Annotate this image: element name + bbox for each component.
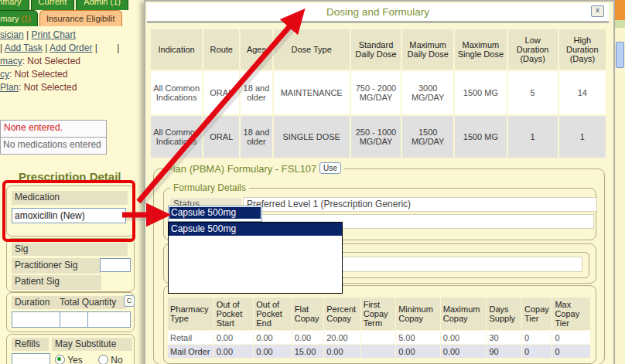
chart-links-line1: sician | Print Chart xyxy=(0,29,76,40)
refills-fieldset: Refills May Substitute Yes No xyxy=(6,334,135,364)
dropdown-item-capsule-500mg[interactable]: Capsule 500mg xyxy=(169,223,342,236)
scrollbar-thumb[interactable] xyxy=(616,42,624,68)
dosing-cell: 250 - 1000 MG/DAY xyxy=(351,116,401,158)
tab-row-2: mmary (1)Insurance Eligibilit xyxy=(0,10,145,26)
tab-summary[interactable]: mmary (1) xyxy=(0,10,38,26)
dosing-cell: MAINTENANCE xyxy=(274,71,350,114)
dosing-col-header: Maximum Single Dose xyxy=(455,29,506,70)
dosing-header-row: Indication Route Ages Dose Type Standard… xyxy=(151,29,606,70)
app-screen: mmaryCurrentAdmin (1) mmary (1)Insurance… xyxy=(0,0,625,364)
plan-link[interactable]: Plan xyxy=(0,82,19,93)
dosing-formulary-dialog: Dosing and Formulary x Indication Route … xyxy=(144,0,615,364)
dosing-table: Indication Route Ages Dose Type Standard… xyxy=(149,28,607,159)
tab-row-1: mmaryCurrentAdmin (1) xyxy=(0,0,146,10)
practitioner-sig-input[interactable] xyxy=(100,258,131,272)
sig-fieldset: Sig Practitioner Sig Patient Sig xyxy=(6,238,135,292)
copay-header-row: Pharmacy Type Out of Pocket Start Out of… xyxy=(168,298,590,330)
copay-cell: 0.00 xyxy=(214,331,254,344)
radio-no-icon[interactable] xyxy=(98,355,108,364)
formulary-details-legend: Formulary Details xyxy=(170,182,249,193)
quantity-input-1[interactable] xyxy=(60,311,89,328)
dosing-col-header: Standard Daily Dose xyxy=(351,29,401,70)
duration-fieldset: Duration Total Quantity C xyxy=(6,292,135,332)
quantity-calc-button[interactable]: C xyxy=(124,295,135,307)
dosing-cell: 1 xyxy=(559,116,606,158)
dose-form-combobox-value: Capsule 500mg xyxy=(169,207,261,219)
dosing-col-header: Indication xyxy=(151,29,202,70)
add-order-link[interactable]: Add Order xyxy=(50,43,92,53)
dose-form-combobox[interactable]: Capsule 500mg xyxy=(168,206,262,222)
separator: | xyxy=(95,43,97,53)
dosing-col-header: High Duration (Days) xyxy=(559,29,606,70)
copay-cell xyxy=(361,331,395,344)
physician-link[interactable]: sician xyxy=(0,29,24,40)
tab-insurance-eligibility[interactable]: Insurance Eligibilit xyxy=(39,10,122,26)
dosing-cell: All Common Indications xyxy=(151,116,202,158)
add-task-link[interactable]: Add Task xyxy=(5,43,43,53)
copay-cell: 15.00 xyxy=(292,345,323,358)
close-icon[interactable]: x xyxy=(591,5,604,17)
dosing-col-header: Dose Type xyxy=(274,29,350,70)
cy-link[interactable]: cy xyxy=(0,69,9,80)
dialog-title: Dosing and Formulary xyxy=(147,3,609,18)
pharmacy-row: macy: Not Selected xyxy=(0,56,80,66)
tab-current[interactable]: Current xyxy=(31,0,75,10)
sig-label: Sig xyxy=(12,243,128,256)
copay-cell: 0 xyxy=(522,345,552,358)
copay-col-header: Pharmacy Type xyxy=(168,298,213,330)
copay-cell: 0.00 xyxy=(292,331,323,344)
copay-cell xyxy=(361,345,395,358)
separator: | xyxy=(117,43,119,53)
radio-yes-icon[interactable] xyxy=(55,355,65,364)
dosing-cell: 3000 MG/DAY xyxy=(402,71,453,114)
use-button[interactable]: Use xyxy=(319,162,341,174)
plan-value: : Not Selected xyxy=(19,82,77,93)
patient-sig-label: Patient Sig xyxy=(12,275,101,290)
tab-admin[interactable]: Admin (1) xyxy=(76,0,128,10)
separator: | xyxy=(26,29,29,40)
dosing-row-single-dose: All Common Indications ORAL 18 and older… xyxy=(151,116,606,158)
tab-summary-count: (1) xyxy=(22,15,31,23)
copay-row-retail: Retail 0.00 0.00 0.00 20.00 5.00 0.00 30… xyxy=(168,331,590,344)
print-chart-link[interactable]: Print Chart xyxy=(32,29,76,40)
copay-cell: 0 xyxy=(552,331,590,344)
separator: | xyxy=(0,43,2,53)
copay-cell: 0.00 xyxy=(214,345,254,358)
duration-input[interactable] xyxy=(12,311,61,328)
dosing-col-header: Route xyxy=(203,29,239,70)
quantity-input-2[interactable] xyxy=(87,311,131,328)
prescription-detail-title: Prescription Detail xyxy=(19,170,121,183)
dosing-cell: 1500 MG/DAY xyxy=(402,116,453,158)
refills-input[interactable] xyxy=(12,353,50,364)
copay-cell: 0.00 xyxy=(324,345,360,358)
copay-col-header: Out of Pocket Start xyxy=(214,298,254,330)
dosing-col-header: Low Duration (Days) xyxy=(508,29,558,70)
no-medications-entered: No medications entered xyxy=(1,138,106,154)
dosing-cell: ORAL xyxy=(203,116,239,158)
copay-cell: Retail xyxy=(168,331,213,344)
pharmacy-link[interactable]: macy xyxy=(0,56,22,66)
copay-cell: Mail Order xyxy=(168,345,213,358)
copay-col-header: First Copay Term xyxy=(361,298,395,330)
copay-col-header: Out of Pocket End xyxy=(254,298,292,330)
yes-label: Yes xyxy=(67,355,83,364)
copay-col-header: Maximum Copay xyxy=(441,298,487,330)
copay-cell: 30 xyxy=(487,331,521,344)
copay-cell: 5.00 xyxy=(396,331,440,344)
dosing-cell: 750 - 2000 MG/DAY xyxy=(351,71,401,114)
medication-value: amoxicillin (New) xyxy=(15,210,85,221)
problems-none-entered: None entered. xyxy=(1,121,106,138)
tab-summary-top[interactable]: mmary xyxy=(0,0,29,10)
plan-formulary-legend: Plan (PBMA) Formulary - FSL107 Use xyxy=(163,162,344,175)
copay-cell: 0.00 xyxy=(441,345,487,358)
status-value: Preferred Level 1 (Prescription Generic) xyxy=(243,197,597,212)
copay-cell: 0.00 xyxy=(396,345,440,358)
pharmacy-value: : Not Selected xyxy=(22,56,80,66)
substitute-no-option[interactable]: No xyxy=(98,355,123,364)
plan-formulary-legend-text: Plan (PBMA) Formulary - FSL107 xyxy=(166,163,316,175)
substitute-yes-option[interactable]: Yes xyxy=(55,355,83,364)
may-substitute-label: May Substitute xyxy=(52,338,132,351)
copay-row-mail-order: Mail Order 0.00 0.00 15.00 0.00 0.00 0.0… xyxy=(168,345,590,358)
cy-value: : Not Selected xyxy=(9,69,67,80)
dosing-cell: 1500 MG xyxy=(455,116,506,158)
